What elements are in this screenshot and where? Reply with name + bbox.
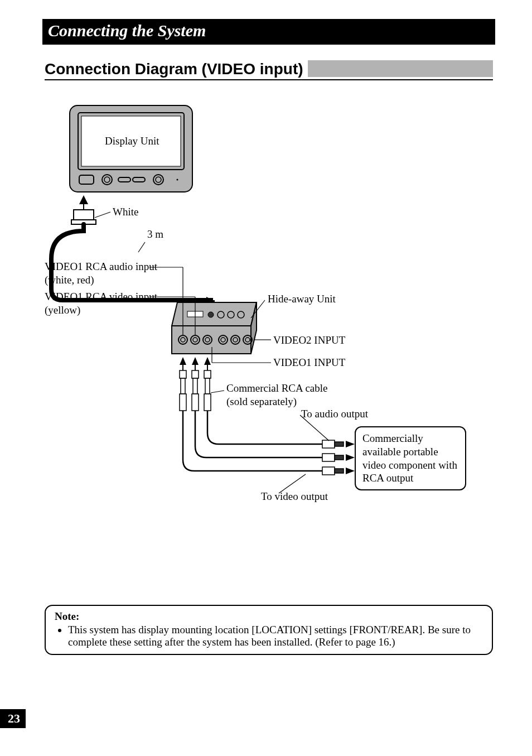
svg-marker-69 (346, 441, 355, 447)
svg-rect-43 (193, 378, 197, 394)
svg-rect-66 (335, 455, 344, 460)
connection-diagram: Display Unit White 3 m VIDEO1 RCA audio … (45, 103, 493, 538)
svg-marker-70 (346, 454, 355, 461)
note-heading: Note: (55, 610, 79, 622)
label-hide-away: Hide-away Unit (268, 292, 336, 306)
svg-rect-44 (192, 394, 199, 411)
label-to-video: To video output (261, 490, 328, 503)
section-title: Connection Diagram (VIDEO input) (45, 60, 308, 78)
section-fill (308, 60, 493, 77)
svg-rect-47 (204, 394, 211, 411)
note-box: Note: This system has display mounting l… (45, 605, 493, 655)
svg-rect-42 (192, 370, 199, 378)
label-commercial-rca: Commercial RCA cable (sold separately) (226, 382, 328, 408)
svg-marker-13 (79, 195, 88, 204)
svg-rect-11 (74, 210, 94, 220)
svg-rect-63 (322, 440, 335, 448)
page-number: 23 (0, 709, 26, 728)
svg-rect-41 (180, 394, 186, 411)
chapter-title: Connecting the System (42, 19, 495, 45)
label-cable-length: 3 m (147, 228, 163, 241)
section-underline (45, 79, 493, 80)
svg-marker-48 (180, 357, 186, 365)
svg-rect-45 (204, 370, 211, 378)
svg-line-18 (138, 242, 145, 252)
svg-rect-65 (322, 454, 335, 461)
svg-point-22 (208, 312, 214, 317)
svg-rect-39 (180, 370, 186, 378)
svg-point-10 (177, 179, 178, 181)
label-video1-rca-video: VIDEO1 RCA video input (yellow) (45, 290, 157, 317)
svg-rect-67 (322, 467, 335, 475)
svg-line-17 (95, 212, 110, 218)
label-video2-input: VIDEO2 INPUT (273, 334, 345, 347)
svg-rect-40 (181, 378, 185, 394)
svg-rect-64 (335, 442, 344, 446)
svg-rect-46 (205, 378, 210, 394)
label-to-audio: To audio output (301, 407, 368, 421)
label-display-unit: Display Unit (101, 134, 163, 148)
label-white: White (113, 205, 138, 219)
svg-line-62 (211, 391, 224, 393)
svg-marker-50 (192, 357, 199, 365)
label-video1-input: VIDEO1 INPUT (273, 356, 345, 369)
svg-rect-68 (335, 469, 344, 473)
note-body: This system has display mounting locatio… (68, 624, 483, 648)
label-video1-rca-audio: VIDEO1 RCA audio input (white, red) (45, 260, 157, 287)
svg-marker-71 (346, 468, 355, 474)
section-heading-row: Connection Diagram (VIDEO input) (45, 60, 493, 78)
svg-marker-52 (204, 357, 211, 365)
label-portable-component: Commercially available portable video co… (355, 426, 466, 490)
